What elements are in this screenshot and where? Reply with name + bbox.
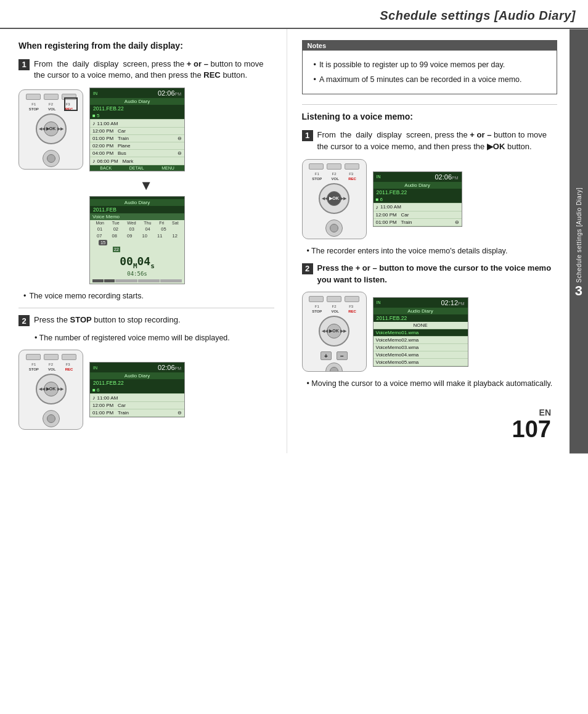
arrow-down-1: ▼ xyxy=(18,178,274,194)
screen-row-1200: 12:00 PMCar xyxy=(90,128,184,135)
screen-row-0600: ♪06:00 PMMark xyxy=(90,157,184,165)
bullet-recording-starts: The voice memo recording starts. xyxy=(23,290,274,302)
sidebar-chapter-label: Schedule settings [Audio Diary] xyxy=(576,187,582,282)
screen-frame-1: IN 02:06PM Audio Diary 2011.FEB.22 ■ 5 ♪… xyxy=(89,88,185,171)
right-device-row-1: F1 F2 F3 STOP VOL REC ◀◀ ▶▶ ▶OK xyxy=(302,159,558,239)
f3-label-2: F3 xyxy=(66,363,70,366)
minus-button[interactable]: − xyxy=(337,351,348,360)
rf2-label-2: F2 xyxy=(332,305,336,308)
screen-num-row-2: ■ 6 xyxy=(90,387,184,394)
recorder-device-1: F1 F2 F3 STOP VOL REC ◀◀ ▶▶ ▶OK xyxy=(18,89,83,170)
bullet-moving-cursor: • Moving the cursor to a voice memo will… xyxy=(307,378,558,389)
right-step-2: 2 Press the + or – button to move the cu… xyxy=(302,263,558,286)
recorder-bottom-r2 xyxy=(303,363,366,372)
cal-row-3: 15 xyxy=(90,239,184,246)
vol-label: VOL xyxy=(48,107,55,111)
screen-date-2: 2011.FEB.22 xyxy=(90,379,184,387)
left-column: When registering from the daily display:… xyxy=(0,29,287,453)
screen-row-0200: 02:00 PMPlane xyxy=(90,142,184,150)
sidebar-chapter-num: 3 xyxy=(575,283,583,299)
menu-btn[interactable]: MENU xyxy=(161,166,174,170)
nav-right-icon-r2: ▶▶ xyxy=(340,329,346,334)
vmemo-row-4: VoiceMemo04.wma xyxy=(374,351,468,359)
screen-date-r1: 2011.FEB.22 xyxy=(374,189,462,196)
plus-minus-buttons: + − xyxy=(303,351,366,360)
recorder-device-2: F1 F2 F3 STOP VOL REC ◀◀ ▶▶ ▶OK xyxy=(18,350,83,430)
screen-num-row-r1: ■ 6 xyxy=(374,196,462,203)
rf3-label: F3 xyxy=(349,172,353,176)
f1-label-2: F1 xyxy=(31,363,36,366)
cal-progress-bar xyxy=(90,278,184,284)
note-bullet-1: It is possible to register up to 99 voic… xyxy=(314,59,551,70)
step-2-text: Press the STOP button to stop recording. xyxy=(34,314,181,326)
bullet-recorder-enters: • The recorder enters into the voice mem… xyxy=(307,245,558,256)
nav-right-icon: ▶▶ xyxy=(57,126,63,131)
recorder-device-right-1: F1 F2 F3 STOP VOL REC ◀◀ ▶▶ ▶OK xyxy=(302,159,367,239)
vol-label-r2: VOL xyxy=(332,310,339,313)
f2-label-2: F2 xyxy=(49,363,53,366)
screen-row-0400: 04:00 PMBus⊖ xyxy=(90,150,184,157)
screen-time-1: 02:06PM xyxy=(158,89,181,97)
bottom-button xyxy=(43,150,60,167)
rec-label-r2: REC xyxy=(348,310,356,313)
recorder-bottom-2 xyxy=(19,410,83,427)
nav-left-icon: ◀◀ xyxy=(39,126,45,131)
bottom-button-2 xyxy=(43,410,60,427)
cal-title: Audio Diary xyxy=(90,199,184,206)
stop-label-2: STOP xyxy=(29,367,39,371)
ok-inner-button: ▶OK xyxy=(44,121,59,136)
ok-button-r1[interactable]: ▶OK xyxy=(327,191,341,206)
main-content: When registering from the daily display:… xyxy=(0,29,588,453)
screen-row-0100: 01:00 PMTrain⊖ xyxy=(90,135,184,142)
plus-button[interactable]: + xyxy=(321,351,332,360)
right-step-2-text: Press the + or – button to move the curs… xyxy=(317,263,558,286)
device-row-1: F1 F2 F3 STOP VOL REC ◀◀ ▶▶ ▶OK xyxy=(18,88,274,171)
rec-label-r1: REC xyxy=(348,177,356,181)
screen-topbar-2: IN 02:06PM xyxy=(90,363,184,372)
bottom-button-r1 xyxy=(325,220,343,237)
nav-circle: ◀◀ ▶▶ ▶OK xyxy=(36,113,67,144)
vmemo-row-5: VoiceMemo05.wma xyxy=(374,359,468,366)
bullet-dot-1: The voice memo recording starts. xyxy=(29,290,144,302)
page-footer: EN 107 xyxy=(302,408,558,441)
screen-row-2-mic: ♪11:00 AM xyxy=(90,394,184,402)
rf1-button xyxy=(309,163,324,170)
stop-label-r2: STOP xyxy=(312,310,322,313)
rf3-button-2 xyxy=(345,296,359,302)
note-bullet-2: A maximum of 5 minutes can be recorded i… xyxy=(314,74,551,85)
screen-frame-right-1: IN 02:06PM Audio Diary 2011.FEB.22 ■ 6 ♪… xyxy=(373,171,462,227)
nav-circle-r2: ◀◀ ▶▶ ▶OK xyxy=(319,316,349,347)
ok-button-r2[interactable]: ▶OK xyxy=(327,324,341,339)
vol-label-r1: VOL xyxy=(332,177,339,181)
screen-display-right-1: IN 02:06PM Audio Diary 2011.FEB.22 ■ 6 ♪… xyxy=(373,171,462,227)
bullet-num-registered: • The number of registered voice memo wi… xyxy=(35,332,274,343)
recorder-device-right-2: F1 F2 F3 STOP VOL REC ◀◀ ▶▶ ▶OK xyxy=(302,292,367,372)
rf1-label: F1 xyxy=(315,172,319,176)
detail-btn[interactable]: DETAIL xyxy=(129,166,144,170)
vmemo-none-row: NONE xyxy=(374,322,468,329)
nav-left-icon-r1: ◀◀ xyxy=(322,196,328,201)
rf1-button-2 xyxy=(309,296,324,302)
bottom-button-r2 xyxy=(325,363,343,372)
ok-inner-button-2: ▶OK xyxy=(44,382,59,396)
notes-header: Notes xyxy=(303,41,557,51)
calendar-screen-container: Audio Diary 2011.FEB Voice Memo MonTueWe… xyxy=(89,196,274,284)
page-title: Schedule settings [Audio Diary] xyxy=(380,9,576,23)
screen-row-r1-mic: ♪11:00 AM xyxy=(374,203,462,211)
right-step-1-text: From the daily display screen, press the… xyxy=(317,129,558,153)
left-step-1: 1 From the daily display screen, press t… xyxy=(18,59,274,82)
back-btn[interactable]: BACK xyxy=(100,166,112,170)
device-row-2: F1 F2 F3 STOP VOL REC ◀◀ ▶▶ ▶OK xyxy=(18,350,274,430)
bottom-button-inner-r2 xyxy=(330,367,338,372)
screen-frame-2: IN 02:06PM Audio Diary 2011.FEB.22 ■ 6 ♪… xyxy=(89,362,185,417)
vmemo-date: 2011.FEB.22 xyxy=(374,314,468,322)
recorder-bottom xyxy=(19,150,83,167)
nav-left-icon-r2: ◀◀ xyxy=(322,329,328,334)
recorder-controls-2: STOP VOL REC xyxy=(19,367,83,371)
cal-row-1: 0102030405 xyxy=(90,226,184,232)
vmemo-topbar: IN 02:12PM xyxy=(374,298,468,308)
right-step-1-number: 1 xyxy=(302,130,313,141)
f2-button xyxy=(44,94,59,100)
step-1-number: 1 xyxy=(18,59,30,70)
left-section-heading: When registering from the daily display: xyxy=(18,40,274,52)
